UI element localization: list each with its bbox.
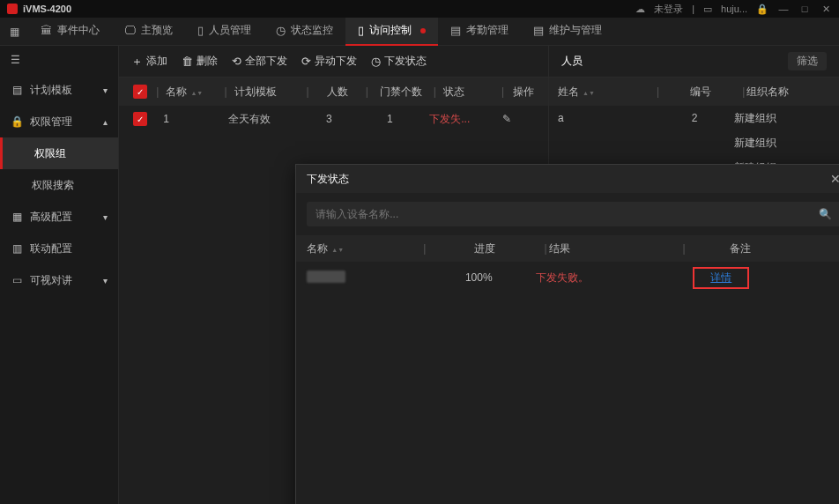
- col-name[interactable]: 名称▲▼: [160, 85, 222, 100]
- building-icon: 🏛: [41, 24, 52, 37]
- modal-search[interactable]: 🔍: [307, 202, 839, 226]
- lock-icon[interactable]: 🔒: [756, 4, 768, 15]
- hamburger-icon[interactable]: ☰: [0, 46, 118, 74]
- col-operation[interactable]: 操作: [506, 85, 541, 100]
- sidebar-item-advanced[interactable]: ▦高级配置▾: [0, 201, 118, 233]
- rcol-name[interactable]: 姓名▲▼: [558, 85, 655, 100]
- search-icon[interactable]: 🔍: [819, 208, 832, 220]
- right-row[interactable]: 新建组织: [549, 130, 839, 155]
- people-icon: ▯: [197, 24, 204, 37]
- template-icon: ▤: [11, 84, 23, 96]
- tools-icon: ▤: [533, 24, 544, 37]
- row-checkbox[interactable]: ✓: [133, 112, 147, 126]
- mcell-result: 下发失败。: [536, 271, 668, 285]
- chevron-up-icon: ▴: [103, 117, 108, 127]
- rcol-id[interactable]: 编号: [661, 85, 740, 100]
- contact-icon: ▭: [703, 4, 712, 15]
- send-status-button[interactable]: ◷下发状态: [371, 54, 427, 69]
- col-people[interactable]: 人数: [311, 85, 364, 100]
- tab-maintenance[interactable]: ▤维护与管理: [521, 18, 614, 46]
- tab-attendance[interactable]: ▤考勤管理: [438, 18, 521, 46]
- right-row[interactable]: a 2 新建组织: [549, 106, 839, 130]
- apps-icon[interactable]: ▦: [0, 18, 28, 46]
- action-label: 下发状态: [384, 54, 427, 69]
- chevron-down-icon: ▾: [103, 212, 108, 222]
- minimize-button[interactable]: —: [777, 4, 790, 14]
- cell-index: 1: [158, 113, 219, 125]
- tab-label: 考勤管理: [466, 23, 509, 38]
- rcell-org: 新建组织: [734, 111, 830, 126]
- tab-people-mgmt[interactable]: ▯人员管理: [185, 18, 264, 46]
- maximize-button[interactable]: □: [798, 4, 811, 14]
- tab-status-monitor[interactable]: ◷状态监控: [264, 18, 345, 46]
- table-header: ✓ | 名称▲▼ | 计划模板 | 人数 | 门禁个数 | 状态 | 操作: [119, 78, 548, 106]
- cell-status: 下发失...: [424, 112, 486, 127]
- sidebar-label: 计划模板: [30, 83, 72, 98]
- sidebar-item-permission-group[interactable]: 权限组: [0, 137, 118, 169]
- mcol-progress[interactable]: 进度: [427, 241, 542, 256]
- video-icon: ▭: [11, 274, 23, 286]
- sidebar-item-plan-template[interactable]: ▤计划模板▾: [0, 74, 118, 106]
- tab-label: 事件中心: [57, 23, 100, 38]
- mcol-name[interactable]: 名称▲▼: [307, 241, 421, 256]
- close-button[interactable]: ✕: [820, 4, 832, 15]
- mcol-result[interactable]: 结果: [549, 241, 681, 256]
- table-row[interactable]: ✓ 1 全天有效 3 1 下发失... ✎: [119, 106, 548, 132]
- top-nav: ▦ 🏛事件中心 🖵主预览 ▯人员管理 ◷状态监控 ▯访问控制 ▤考勤管理 ▤维护…: [0, 18, 839, 46]
- login-status[interactable]: 未登录: [654, 3, 683, 16]
- lock-icon: 🔒: [11, 115, 23, 128]
- sidebar-label: 权限组: [34, 146, 66, 161]
- col-doors[interactable]: 门禁个数: [370, 85, 432, 100]
- trash-icon: 🗑: [182, 55, 193, 68]
- config-icon: ▦: [11, 211, 23, 223]
- monitor-icon: 🖵: [124, 24, 136, 37]
- modal-close-icon[interactable]: ✕: [830, 172, 839, 186]
- app-title: iVMS-4200: [23, 4, 71, 14]
- divider: |: [692, 4, 694, 14]
- sort-icon[interactable]: ▲▼: [190, 91, 203, 95]
- sidebar-label: 高级配置: [30, 210, 72, 225]
- chevron-down-icon: ▾: [103, 85, 108, 95]
- add-button[interactable]: ＋添加: [131, 54, 167, 70]
- modal-row[interactable]: 100% 下发失败。 详情: [296, 262, 839, 293]
- mcol-note[interactable]: 备注: [687, 241, 793, 256]
- mcell-progress: 100%: [421, 271, 536, 284]
- blurred-name: [307, 271, 345, 283]
- delete-button[interactable]: 🗑删除: [182, 54, 218, 69]
- cell-plan: 全天有效: [223, 112, 299, 127]
- plus-icon: ＋: [131, 54, 143, 70]
- tab-access-control[interactable]: ▯访问控制: [345, 18, 438, 46]
- app-logo: [7, 4, 18, 14]
- user-name[interactable]: huju...: [721, 4, 747, 14]
- sort-icon[interactable]: ▲▼: [583, 91, 595, 95]
- modal-search-input[interactable]: [316, 208, 819, 220]
- action-label: 全部下发: [245, 54, 287, 69]
- tab-label: 人员管理: [209, 23, 251, 38]
- tab-event-center[interactable]: 🏛事件中心: [28, 18, 112, 46]
- all-send-button[interactable]: ⟲全部下发: [232, 54, 287, 69]
- close-dot-icon[interactable]: [420, 28, 426, 33]
- send-all-icon: ⟲: [232, 55, 241, 68]
- tab-main-preview[interactable]: 🖵主预览: [112, 18, 185, 46]
- col-status[interactable]: 状态: [438, 85, 500, 100]
- tab-label: 维护与管理: [549, 23, 602, 38]
- cell-doors: 1: [359, 113, 420, 125]
- sidebar-item-video-intercom[interactable]: ▭可视对讲▾: [0, 264, 118, 296]
- select-all-checkbox[interactable]: ✓: [133, 85, 147, 99]
- diff-send-button[interactable]: ⟳异动下发: [301, 54, 357, 69]
- sort-icon[interactable]: ▲▼: [331, 248, 344, 252]
- right-title: 人员: [561, 54, 583, 69]
- sidebar-item-permission[interactable]: 🔒权限管理▴: [0, 106, 118, 137]
- rcol-org[interactable]: 组织名称: [746, 85, 830, 100]
- cell-edit-icon[interactable]: ✎: [489, 113, 524, 125]
- detail-link[interactable]: 详情: [710, 271, 731, 284]
- sidebar: ☰ ▤计划模板▾ 🔒权限管理▴ 权限组 权限搜索 ▦高级配置▾ ▥联动配置 ▭可…: [0, 46, 119, 504]
- linkage-icon: ▥: [11, 242, 23, 255]
- titlebar: iVMS-4200 ☁ 未登录 | ▭ huju... 🔒 — □ ✕: [0, 0, 839, 18]
- filter-button[interactable]: 筛选: [788, 52, 827, 70]
- mcell-note: 详情: [668, 267, 774, 289]
- sidebar-item-permission-search[interactable]: 权限搜索: [0, 169, 118, 201]
- tab-label: 主预览: [141, 23, 173, 38]
- col-plan[interactable]: 计划模板: [229, 85, 305, 100]
- sidebar-item-linkage[interactable]: ▥联动配置: [0, 233, 118, 264]
